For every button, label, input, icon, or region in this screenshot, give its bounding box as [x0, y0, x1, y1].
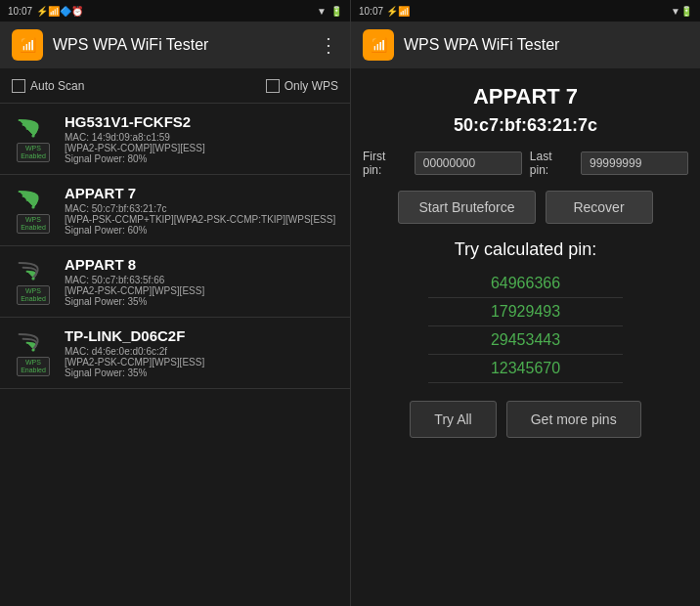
right-app-header: 📶 WPS WPA WiFi Tester	[351, 22, 700, 68]
auto-scan-checkbox[interactable]: Auto Scan	[12, 79, 84, 93]
wifi-signal-icon-3	[18, 329, 49, 355]
wps-badge-0: WPSEnabled	[17, 143, 50, 163]
network-list: WPSEnabled HG531V1-FCKFS2 MAC: 14:9d:09:…	[0, 104, 350, 606]
battery-icon: 🔋	[330, 6, 342, 17]
network-security-1: [WPA-PSK-CCMP+TKIP][WPA2-PSK-CCMP:TKIP][…	[65, 214, 338, 225]
wifi-signal-icon-1	[18, 187, 49, 212]
wps-badge-3: WPSEnabled	[17, 357, 50, 377]
pin-value-3[interactable]: 12345670	[428, 355, 624, 383]
pin-value-2[interactable]: 29453443	[428, 326, 624, 355]
wps-badge-2: WPSEnabled	[17, 285, 50, 306]
network-mac-1: MAC: 50:c7:bf:63:21:7c	[65, 203, 338, 214]
last-pin-label: Last pin:	[530, 150, 573, 177]
wifi-signal-icon-0	[18, 115, 49, 141]
network-signal-0: Signal Power: 80%	[65, 153, 338, 164]
recover-button[interactable]: Recover	[546, 191, 653, 224]
network-signal-3: Signal Power: 35%	[65, 368, 338, 378]
network-info-1: APPART 7 MAC: 50:c7:bf:63:21:7c [WPA-PSK…	[65, 185, 338, 236]
network-signal-2: Signal Power: 35%	[65, 296, 338, 307]
pin-list: 64966366 17929493 29453443 12345670	[363, 270, 688, 383]
svg-point-0	[31, 134, 34, 137]
network-signal-1: Signal Power: 60%	[65, 225, 338, 236]
only-wps-box[interactable]	[266, 79, 280, 93]
network-mac-3: MAC: d4:6e:0e:d0:6c:2f	[65, 346, 338, 357]
svg-point-3	[31, 348, 34, 351]
detail-content: APPART 7 50:c7:bf:63:21:7c First pin: La…	[351, 68, 700, 606]
network-ssid-3: TP-LINK_D06C2F	[65, 327, 338, 344]
bruteforce-button[interactable]: Start Bruteforce	[398, 191, 535, 224]
first-pin-label: First pin:	[363, 150, 407, 177]
status-bar-right: ▼ 🔋	[317, 6, 342, 17]
wifi-icon-1: WPSEnabled	[12, 187, 55, 235]
action-row: Start Bruteforce Recover	[398, 191, 652, 224]
calc-pin-title: Try calculated pin:	[455, 239, 596, 260]
wifi-signal-icon-2	[18, 258, 49, 283]
app-icon-left: 📶	[12, 29, 43, 61]
toolbar: Auto Scan Only WPS	[0, 68, 350, 104]
last-pin-input[interactable]	[581, 152, 688, 175]
right-status-bar: 10:07 ⚡📶 ▼🔋	[351, 0, 700, 22]
left-status-bar: 10:07 ⚡📶🔷⏰ ▼ 🔋	[0, 0, 350, 22]
left-panel: 10:07 ⚡📶🔷⏰ ▼ 🔋 📶 WPS WPA WiFi Tester ⋮ A…	[0, 0, 350, 606]
time-right: 10:07	[359, 6, 383, 17]
pin-range-row: First pin: Last pin:	[363, 150, 688, 177]
only-wps-checkbox[interactable]: Only WPS	[266, 79, 338, 93]
auto-scan-label: Auto Scan	[30, 79, 84, 93]
get-more-pins-button[interactable]: Get more pins	[506, 401, 641, 438]
wifi-app-icon-right: 📶	[371, 37, 387, 53]
network-ssid-2: APPART 8	[65, 256, 338, 273]
network-item-3[interactable]: WPSEnabled TP-LINK_D06C2F MAC: d4:6e:0e:…	[0, 318, 350, 389]
wps-badge-1: WPSEnabled	[17, 214, 50, 235]
network-mac-0: MAC: 14:9d:09:a8:c1:59	[65, 132, 338, 143]
detail-mac: 50:c7:bf:63:21:7c	[454, 115, 597, 136]
only-wps-label: Only WPS	[284, 79, 338, 93]
auto-scan-box[interactable]	[12, 79, 25, 93]
app-icon-right: 📶	[363, 29, 394, 61]
first-pin-input[interactable]	[415, 152, 522, 175]
network-item-2[interactable]: WPSEnabled APPART 8 MAC: 50:c7:bf:63:5f:…	[0, 246, 350, 318]
network-security-0: [WPA2-PSK-COMP][WPS][ESS]	[65, 143, 338, 153]
bottom-row: Try All Get more pins	[410, 401, 640, 438]
network-info-0: HG531V1-FCKFS2 MAC: 14:9d:09:a8:c1:59 [W…	[65, 113, 338, 164]
left-app-header: 📶 WPS WPA WiFi Tester ⋮	[0, 22, 350, 68]
network-security-3: [WPA2-PSK-CCMP][WPS][ESS]	[65, 357, 338, 368]
network-ssid-0: HG531V1-FCKFS2	[65, 113, 338, 130]
network-info-2: APPART 8 MAC: 50:c7:bf:63:5f:66 [WPA2-PS…	[65, 256, 338, 307]
network-info-3: TP-LINK_D06C2F MAC: d4:6e:0e:d0:6c:2f [W…	[65, 327, 338, 378]
status-bar-left: 10:07 ⚡📶🔷⏰	[8, 6, 83, 17]
time-left: 10:07	[8, 6, 32, 17]
svg-point-2	[31, 277, 34, 280]
app-title-right: WPS WPA WiFi Tester	[404, 36, 688, 54]
network-mac-2: MAC: 50:c7:bf:63:5f:66	[65, 275, 338, 285]
detail-ssid: APPART 7	[473, 84, 578, 109]
try-all-button[interactable]: Try All	[410, 401, 496, 438]
right-panel: 10:07 ⚡📶 ▼🔋 📶 WPS WPA WiFi Tester APPART…	[350, 0, 700, 606]
right-status-icons-right: ▼🔋	[671, 6, 692, 17]
right-status-icons: ⚡📶	[386, 6, 410, 17]
network-ssid-1: APPART 7	[65, 185, 338, 201]
right-time: 10:07 ⚡📶	[359, 6, 410, 17]
wifi-icon-2: WPSEnabled	[12, 258, 55, 306]
pin-value-0[interactable]: 64966366	[428, 270, 624, 298]
wifi-app-icon: 📶	[20, 37, 36, 53]
network-security-2: [WPA2-PSK-CCMP][WPS][ESS]	[65, 285, 338, 296]
wifi-icon-3: WPSEnabled	[12, 329, 55, 377]
network-item-1[interactable]: WPSEnabled APPART 7 MAC: 50:c7:bf:63:21:…	[0, 175, 350, 246]
wifi-status-icon: ▼	[317, 6, 327, 17]
menu-dots-left[interactable]: ⋮	[319, 33, 338, 57]
pin-value-1[interactable]: 17929493	[428, 298, 624, 326]
network-item-0[interactable]: WPSEnabled HG531V1-FCKFS2 MAC: 14:9d:09:…	[0, 104, 350, 175]
app-title-left: WPS WPA WiFi Tester	[53, 36, 309, 54]
svg-point-1	[31, 205, 34, 208]
wifi-icon-0: WPSEnabled	[12, 115, 55, 163]
status-icons-left: ⚡📶🔷⏰	[36, 6, 83, 17]
